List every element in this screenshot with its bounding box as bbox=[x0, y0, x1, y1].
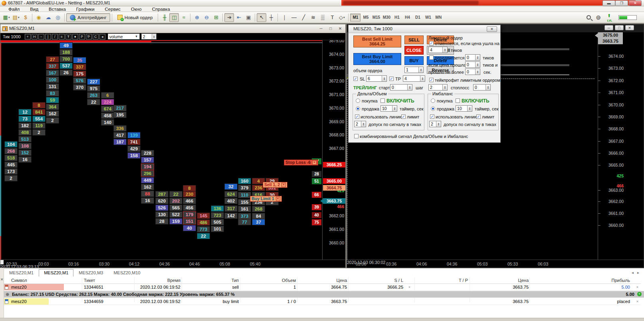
column-header-3[interactable]: Время bbox=[167, 278, 180, 283]
trailing-step-stepper[interactable]: 2▲▼ bbox=[428, 84, 448, 91]
remove-sl-icon[interactable]: × bbox=[408, 285, 410, 289]
tab-mesz20-m3-3[interactable]: MESZ20,M3 bbox=[73, 269, 108, 277]
crosshair-icon[interactable]: ┼ bbox=[266, 13, 276, 22]
trendline-icon[interactable]: ╱ bbox=[299, 13, 308, 22]
chart-maximize-icon[interactable]: □ bbox=[327, 26, 334, 32]
autoscroll-icon[interactable]: ➔ bbox=[224, 13, 234, 22]
cluster-tool-button-11[interactable]: C bbox=[93, 34, 99, 39]
tp-checkbox[interactable]: ✓ bbox=[389, 77, 394, 81]
chart-close-icon[interactable]: ✕ bbox=[337, 26, 344, 32]
tile-windows-icon[interactable]: ⊞ bbox=[211, 13, 221, 22]
timeframe-h4[interactable]: H4 bbox=[402, 14, 412, 22]
menu-item-3[interactable]: Вставка bbox=[44, 7, 71, 12]
delta-enable-checkbox[interactable] bbox=[380, 98, 385, 103]
table-row[interactable]: mesz20133446592020.12.03 06:19:52buy lim… bbox=[4, 298, 641, 305]
chart-minimize-icon[interactable]: ─ bbox=[317, 26, 325, 32]
timeframe-m30[interactable]: M30 bbox=[381, 14, 392, 22]
bars-chart-icon[interactable]: ╫ bbox=[160, 13, 169, 22]
close-trade-icon[interactable]: × bbox=[636, 285, 638, 289]
text-icon[interactable]: T bbox=[327, 13, 337, 22]
chart2-minimize-icon[interactable]: ─ bbox=[604, 25, 613, 30]
close-panel-icon[interactable]: ✕ bbox=[0, 278, 4, 282]
new-order-button[interactable]: +Новый ордер bbox=[114, 13, 157, 22]
imb-sell-radio[interactable] bbox=[431, 106, 435, 111]
menu-item-6[interactable]: Окно bbox=[126, 7, 147, 12]
expand-icon[interactable]: ⊕ bbox=[6, 292, 9, 297]
menu-item-1[interactable]: Файл bbox=[3, 7, 25, 12]
cluster-tool-button-9[interactable]: P bbox=[79, 34, 85, 39]
best-buy-limit-button[interactable]: Best Buy Limit3664.00 bbox=[353, 53, 401, 65]
account-icon[interactable]: ⊚ bbox=[596, 14, 601, 21]
imb-buy-radio[interactable] bbox=[431, 98, 435, 103]
combined-signal-checkbox[interactable] bbox=[354, 134, 359, 138]
if-price-stepper[interactable]: 0▲▼ bbox=[465, 61, 480, 68]
imb-limit-checkbox[interactable]: ✓ bbox=[476, 114, 481, 119]
timeframe-mn[interactable]: MN bbox=[433, 14, 444, 22]
timeframe-m15[interactable]: M15 bbox=[371, 14, 381, 22]
levels-icon[interactable]: ⬆LVL bbox=[606, 14, 614, 21]
order-close-icon[interactable]: ✕ bbox=[276, 197, 280, 201]
column-header-6[interactable]: Цена bbox=[337, 278, 347, 283]
order-label-buy-limit[interactable]: Buy Limit 1✕ bbox=[250, 196, 282, 202]
menu-item-4[interactable]: Графики bbox=[71, 7, 100, 12]
chart2-close-icon[interactable]: ✕ bbox=[625, 25, 634, 30]
passed-stepper[interactable]: 0▲▼ bbox=[465, 69, 480, 75]
zoom-out-icon[interactable]: ⊖ bbox=[202, 13, 211, 22]
buy-button[interactable]: BUY bbox=[404, 56, 424, 65]
order-label-stop-loss[interactable]: Stop Loss -6✕ bbox=[284, 160, 318, 165]
column-header-4[interactable]: Тип bbox=[232, 278, 239, 283]
delta-sell-radio[interactable] bbox=[356, 106, 360, 111]
tabs-scroll-right-icon[interactable]: ▸ bbox=[637, 270, 639, 275]
order-close-icon[interactable]: ✕ bbox=[281, 183, 286, 187]
timeframe-h1[interactable]: H1 bbox=[392, 14, 402, 22]
order-volume-stepper[interactable]: 1▲▼ bbox=[404, 67, 424, 73]
tab-mesz20-m1-1[interactable]: MESZ20,M1 bbox=[4, 269, 39, 277]
moves-checkbox[interactable] bbox=[429, 55, 434, 60]
cluster-tool-button-1[interactable]: + bbox=[25, 34, 31, 39]
trailing-start-stepper[interactable]: 0▲▼ bbox=[390, 84, 412, 91]
signals-icon[interactable]: ◎ bbox=[53, 13, 63, 22]
sl-stepper[interactable]: 6▲▼ bbox=[366, 75, 387, 82]
cursor-icon[interactable]: ↖ bbox=[257, 13, 266, 22]
column-header-10[interactable]: Прибыль bbox=[611, 278, 630, 283]
cluster-scale-stepper[interactable]: 2 ▲▼ bbox=[141, 33, 157, 39]
dialog-close-button[interactable]: ✕ bbox=[487, 26, 497, 32]
cluster-tool-button-3[interactable]: − bbox=[38, 34, 44, 39]
maximize-button[interactable]: ❐ bbox=[615, 0, 628, 6]
profiles-icon[interactable]: ▤▾ bbox=[11, 13, 21, 22]
cancel-ticks-stepper[interactable]: 4▲▼ bbox=[428, 47, 448, 53]
horizontal-scrollbar[interactable] bbox=[0, 318, 644, 321]
new-chart-icon[interactable]: ▦▾ bbox=[2, 13, 11, 22]
left-chart-titlebar[interactable]: MESZ20,M1 ─ □ ✕ bbox=[0, 24, 345, 33]
cluster-tool-button-8[interactable]: ● bbox=[72, 34, 78, 39]
menu-item-2[interactable]: Вид bbox=[25, 7, 44, 12]
sl-checkbox[interactable]: ✓ bbox=[353, 77, 358, 81]
delta-limit-checkbox[interactable]: ✓ bbox=[401, 114, 406, 119]
zoom-in-icon[interactable]: ⊕ bbox=[192, 13, 202, 22]
cancel-if-checkbox[interactable]: ✓ bbox=[429, 41, 434, 45]
moves-stepper[interactable]: 0▲▼ bbox=[465, 54, 480, 61]
imb-useline-checkbox[interactable]: ✓ bbox=[430, 114, 434, 119]
shapes-icon[interactable]: ◇▾ bbox=[337, 13, 347, 22]
line-chart-icon[interactable]: ≈ bbox=[179, 13, 188, 22]
stepper-arrows-icon[interactable]: ▲▼ bbox=[152, 34, 156, 39]
search-icon[interactable] bbox=[587, 15, 591, 20]
candles-chart-icon[interactable]: ◫ bbox=[169, 13, 179, 22]
cluster-tool-button-12[interactable]: ◂ bbox=[99, 34, 105, 39]
chart2-maximize-icon[interactable]: □ bbox=[615, 25, 624, 30]
right-time-axis[interactable]: 03:0603:3604:0604:3605:0305:3306:032020.… bbox=[347, 260, 644, 268]
timeframe-d1[interactable]: D1 bbox=[412, 14, 423, 22]
add-funds-icon[interactable]: + bbox=[637, 292, 642, 296]
close-trade-icon[interactable]: × bbox=[636, 299, 638, 303]
cluster-tool-button-4[interactable]: | bbox=[45, 34, 51, 39]
column-header-1[interactable]: Символ bbox=[11, 278, 27, 283]
order-close-icon[interactable]: ✕ bbox=[312, 160, 317, 165]
left-price-scale[interactable]: 3675.003674.003673.003672.003671.003670.… bbox=[322, 40, 345, 260]
delta-tolerance-stepper[interactable]: 2▲▼ bbox=[354, 121, 366, 127]
delta-buy-radio[interactable] bbox=[356, 98, 360, 103]
market-watch-icon[interactable]: $ bbox=[21, 13, 30, 22]
history-center-icon[interactable]: ◉ bbox=[34, 13, 44, 22]
tabs-scroll-left-icon[interactable]: ◂ bbox=[632, 270, 634, 275]
volume-mode-dropdown[interactable]: volume▼ bbox=[108, 33, 140, 39]
minimize-button[interactable]: ▬ bbox=[602, 0, 615, 6]
